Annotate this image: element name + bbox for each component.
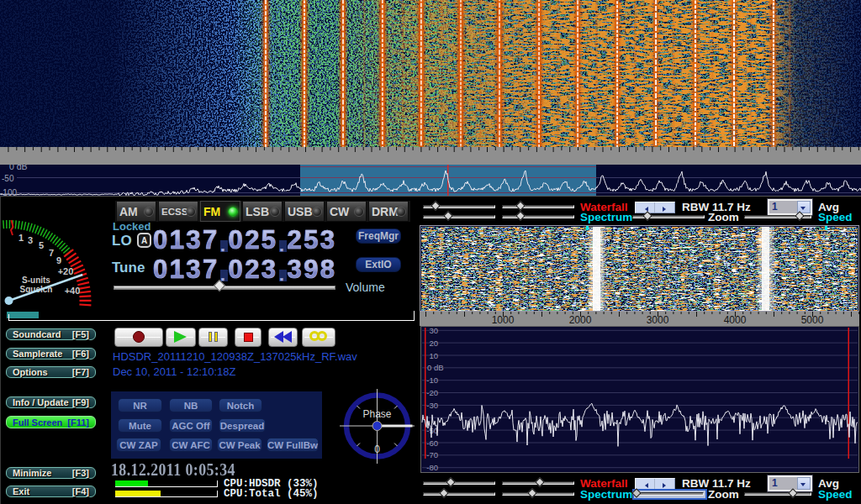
svg-text:20: 20: [429, 339, 438, 348]
svg-text:5000: 5000: [801, 314, 824, 326]
svg-text:-100: -100: [0, 188, 17, 197]
svg-text:30: 30: [429, 326, 438, 335]
svg-text:-70: -70: [426, 450, 438, 459]
svg-text:0: 0: [374, 444, 380, 455]
svg-text:-10: -10: [426, 375, 438, 385]
svg-text:3000: 3000: [647, 314, 669, 326]
svg-text:S-units: S-units: [22, 276, 50, 285]
svg-text:1: 1: [18, 233, 24, 243]
svg-text:5: 5: [39, 240, 44, 250]
svg-text:-20: -20: [426, 388, 438, 397]
svg-text:-80: -80: [426, 463, 438, 472]
svg-text:1000: 1000: [492, 314, 515, 326]
svg-text:3: 3: [28, 235, 33, 245]
svg-text:2000: 2000: [569, 314, 592, 326]
svg-text:7: 7: [49, 248, 54, 258]
svg-text:+40: +40: [65, 286, 81, 296]
svg-text:+20: +20: [58, 266, 74, 276]
svg-text:Phase: Phase: [362, 408, 391, 420]
svg-text:-50: -50: [2, 174, 14, 183]
svg-text:10: 10: [429, 351, 438, 360]
svg-text:0 dB: 0 dB: [427, 363, 444, 372]
svg-text:-60: -60: [426, 438, 438, 448]
svg-text:0 dB: 0 dB: [9, 165, 28, 171]
svg-text:-30: -30: [426, 401, 438, 410]
svg-text:4000: 4000: [724, 314, 747, 326]
svg-text:9: 9: [56, 255, 61, 265]
